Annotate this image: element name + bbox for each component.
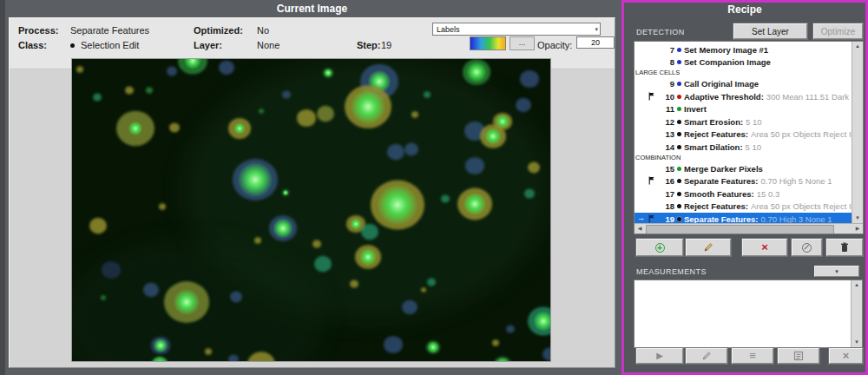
- recipe-list-horizontal-scrollbar[interactable]: ◀ ▶: [635, 223, 863, 234]
- step-status-icon: [677, 204, 681, 208]
- optimized-value: No: [257, 25, 269, 36]
- edit-step-button[interactable]: [686, 239, 731, 256]
- recipe-step-row[interactable]: 15Merge Darker Pixels: [635, 162, 852, 175]
- measurements-list[interactable]: ▲ ▼: [634, 280, 863, 348]
- class-dot-icon: [70, 43, 75, 48]
- step-status-icon: [677, 107, 681, 111]
- recipe-step-row[interactable]: 11Invert: [635, 102, 852, 115]
- step-number: 7: [635, 45, 674, 55]
- step-status-icon: [677, 167, 681, 171]
- step-status-icon: [677, 95, 681, 99]
- optimized-label: Optimized:: [194, 25, 243, 36]
- process-value: Separate Features: [70, 25, 149, 36]
- opacity-input[interactable]: 20: [576, 36, 615, 49]
- recipe-step-row[interactable]: 12Smart Erosion:5 10: [635, 115, 852, 128]
- process-label: Process:: [18, 25, 58, 36]
- pencil-icon: [701, 351, 712, 361]
- layer-value: None: [257, 40, 279, 50]
- colormap-options-button[interactable]: ...: [510, 36, 535, 50]
- current-step-arrow-icon: →: [637, 214, 645, 222]
- scroll-up-icon[interactable]: ▲: [852, 42, 863, 51]
- current-image-panel: Process: Separate Features Optimized: No…: [9, 17, 615, 368]
- add-step-button[interactable]: +: [636, 239, 683, 256]
- recipe-step-row[interactable]: 14Smart Dilation:5 10: [635, 141, 852, 154]
- disable-step-button[interactable]: [792, 239, 822, 256]
- step-name: Merge Darker Pixels: [684, 164, 763, 174]
- step-name: Set Companion Image: [684, 57, 771, 67]
- step-params: 300 Mean 111.51 Dark Percentage Non: [766, 92, 852, 102]
- scroll-down-icon[interactable]: ▼: [852, 214, 863, 223]
- list-icon: ≡: [749, 351, 756, 361]
- step-number: 13: [635, 129, 674, 139]
- step-number: 18: [635, 201, 674, 211]
- overlay-select[interactable]: Labels ▾: [432, 23, 601, 36]
- pencil-icon: [703, 242, 713, 253]
- step-group-label: LARGE CELLS: [635, 69, 852, 77]
- delete-x-icon: ×: [761, 242, 768, 253]
- recipe-list-vertical-scrollbar[interactable]: ▲ ▼: [852, 42, 863, 223]
- delete-step-button[interactable]: ×: [742, 239, 787, 256]
- recipe-step-rows: 7Set Memory Image #18Set Companion Image…: [635, 43, 852, 223]
- step-number: 14: [635, 142, 674, 152]
- step-name: Call Original Image: [684, 79, 759, 89]
- recipe-step-row[interactable]: 17Smooth Features:15 0.3: [635, 188, 852, 201]
- recipe-step-row[interactable]: 16Separate Features:0.70 High 5 None 1: [635, 174, 852, 188]
- recipe-step-list[interactable]: 7Set Memory Image #18Set Companion Image…: [634, 41, 864, 234]
- measurement-report-button[interactable]: [778, 348, 819, 364]
- step-status-icon: [677, 217, 681, 221]
- measurement-list-button[interactable]: ≡: [732, 348, 773, 364]
- microscopy-image-view[interactable]: [71, 58, 551, 362]
- flag-icon: [648, 92, 655, 101]
- step-params: 5 10: [746, 142, 762, 152]
- colormap-swatch[interactable]: [470, 36, 506, 50]
- scroll-left-icon[interactable]: ◀: [635, 224, 645, 234]
- step-status-icon: [677, 120, 681, 124]
- step-number: 8: [635, 57, 674, 67]
- window-edge: [0, 0, 5, 375]
- trash-icon: [840, 242, 849, 253]
- recipe-step-row[interactable]: 10Adaptive Threshold:300 Mean 111.51 Dar…: [635, 90, 852, 103]
- horizontal-scroll-thumb[interactable]: [646, 225, 834, 234]
- set-layer-button[interactable]: Set Layer: [733, 23, 807, 39]
- step-params: 5 10: [746, 117, 762, 127]
- step-name: Reject Features:: [684, 129, 748, 139]
- step-params: Area 50 px Objects Reject Include: [751, 129, 852, 139]
- measurements-scrollbar[interactable]: ▲ ▼: [851, 280, 862, 347]
- step-name: Separate Features:: [684, 176, 759, 186]
- step-name: Adaptive Threshold:: [684, 92, 764, 102]
- recipe-panel: Recipe DETECTION Set Layer Optimize 7Set…: [621, 0, 868, 375]
- step-status-icon: [677, 48, 681, 52]
- step-params: 0.70 High 5 None 1: [761, 176, 832, 186]
- recipe-step-row[interactable]: →19Separate Features:0.70 High 3 None 1: [635, 213, 852, 223]
- scroll-down-icon[interactable]: ▼: [852, 338, 862, 347]
- optimize-button[interactable]: Optimize: [813, 23, 863, 39]
- recipe-title: Recipe: [624, 3, 865, 16]
- fluorescence-cells-image: [72, 59, 550, 361]
- recipe-step-row[interactable]: 18Reject Features:Area 50 px Objects Rej…: [635, 201, 852, 214]
- recipe-step-row[interactable]: 7Set Memory Image #1: [635, 43, 852, 56]
- trash-button[interactable]: [826, 239, 863, 256]
- close-x-icon: ×: [843, 351, 850, 361]
- clear-measurement-button[interactable]: ×: [829, 348, 863, 364]
- step-number: 9: [635, 79, 674, 89]
- measurements-section-label: MEASUREMENTS: [636, 267, 707, 276]
- scroll-up-icon[interactable]: ▲: [852, 280, 862, 290]
- recipe-step-row[interactable]: 8Set Companion Image: [635, 56, 852, 69]
- measurements-dropdown-button[interactable]: ▾: [814, 266, 859, 277]
- circle-slash-icon: [802, 243, 812, 253]
- step-status-icon: [677, 179, 681, 183]
- chevron-down-icon: ▾: [595, 23, 598, 36]
- edit-measurement-button[interactable]: [686, 348, 727, 364]
- step-status-icon: [677, 192, 681, 196]
- overlay-select-value: Labels: [437, 25, 460, 34]
- step-number: 17: [635, 189, 674, 199]
- current-image-title: Current Image: [9, 0, 615, 17]
- recipe-step-row[interactable]: 13Reject Features:Area 50 px Objects Rej…: [635, 128, 852, 141]
- step-status-icon: [677, 145, 681, 149]
- step-name: Reject Features:: [684, 201, 748, 211]
- step-status-icon: [677, 82, 681, 86]
- scroll-right-icon[interactable]: ▶: [852, 224, 863, 234]
- run-measurement-button[interactable]: ▶: [636, 348, 683, 364]
- step-number: 12: [635, 117, 674, 127]
- recipe-step-row[interactable]: 9Call Original Image: [635, 77, 852, 90]
